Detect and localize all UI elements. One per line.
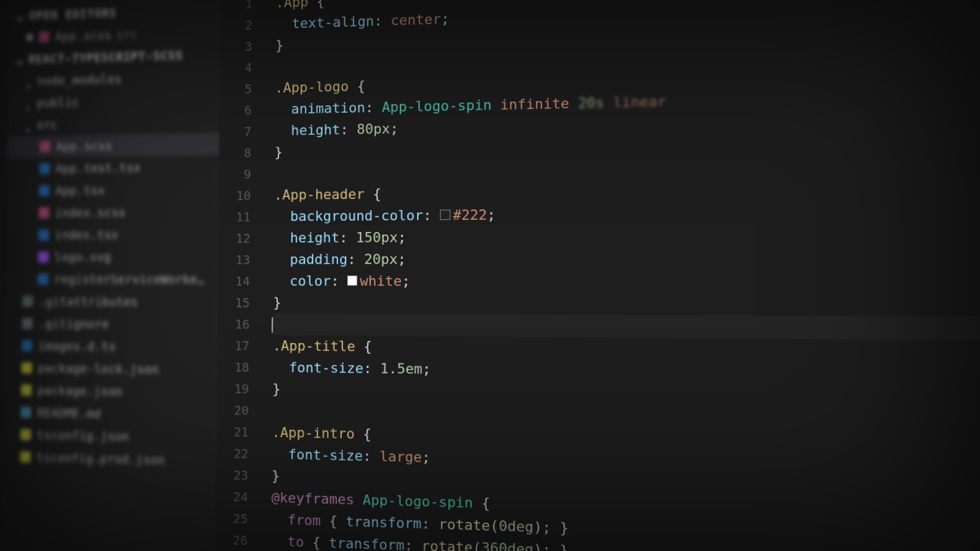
file-type-icon (38, 252, 48, 263)
line-number: 21 (217, 421, 260, 443)
code-token: { (363, 339, 372, 354)
code-line[interactable]: padding: 20px; (273, 246, 980, 270)
code-token: { (312, 534, 321, 551)
code-token: #222 (453, 207, 487, 223)
file-name: images.d.ts (38, 339, 116, 354)
code-token: ; (542, 519, 551, 536)
code-token: : (404, 537, 413, 551)
file-item[interactable]: App.test.tsx (7, 155, 219, 180)
chevron-down-icon (15, 55, 23, 64)
file-name: App.test.tsx (56, 160, 141, 176)
file-item[interactable]: package-lock.json (4, 356, 217, 381)
code-token: : (374, 13, 383, 29)
code-token: font-size (289, 359, 364, 376)
code-token: 360deg (481, 539, 533, 551)
file-item[interactable]: package.json (4, 379, 217, 405)
code-token: ) (533, 541, 542, 551)
code-token: ; (402, 273, 410, 289)
file-name: index.tsx (55, 227, 118, 242)
code-token: font-size (288, 446, 363, 464)
file-item[interactable]: registerServiceWorke… (6, 268, 219, 291)
chevron-down-icon (16, 12, 24, 20)
file-name: README.md (37, 405, 100, 421)
code-editor[interactable]: 1234567891011121314151617181920212223242… (216, 0, 980, 551)
file-item[interactable]: index.scss (6, 200, 219, 224)
file-item[interactable]: App.tsx (7, 178, 219, 202)
line-number: 17 (217, 335, 260, 357)
code-token: App-logo-spin (382, 97, 491, 115)
code-token: rotate (439, 516, 490, 534)
file-type-icon (39, 185, 50, 196)
code-token: } (560, 542, 568, 551)
code-token: center (391, 11, 441, 29)
chevron-right-icon (25, 100, 31, 106)
file-dir: src (116, 27, 137, 42)
code-token: 20px (364, 251, 398, 267)
code-token: : (421, 515, 430, 532)
file-name: App.tsx (55, 182, 105, 198)
code-token: text-align (292, 13, 374, 31)
line-number: 11 (219, 206, 262, 228)
file-item[interactable]: App.scss (7, 133, 220, 159)
line-number: 2 (221, 14, 263, 37)
editor-window: OPEN EDITORS App.scsssrc REACT-TYPESCRIP… (1, 0, 980, 551)
file-type-icon (20, 429, 31, 441)
project-label: REACT-TYPESCRIPT-SCSS (28, 48, 183, 67)
file-item[interactable]: index.tsx (6, 223, 219, 246)
code-token: ; (422, 361, 431, 377)
code-line[interactable]: } (273, 292, 980, 317)
line-number: 7 (220, 121, 263, 143)
line-number: 20 (217, 399, 260, 421)
file-type-icon (22, 296, 32, 307)
code-token: .App-header (274, 186, 364, 203)
file-type-icon (38, 274, 48, 285)
code-token: animation (291, 100, 365, 117)
code-token: : (347, 251, 356, 267)
code-token: ; (422, 449, 431, 465)
line-number: 9 (219, 163, 262, 186)
file-name: index.scss (55, 204, 126, 220)
file-name: package.json (37, 383, 123, 399)
file-type-icon (21, 362, 32, 373)
code-token: } (276, 37, 284, 53)
line-number: 23 (216, 464, 259, 487)
file-name: App.scss (55, 28, 111, 44)
code-token: } (560, 519, 568, 536)
code-token: ; (487, 207, 496, 223)
line-number: 1 (221, 0, 264, 15)
file-name: .gitattributes (39, 294, 138, 309)
file-item[interactable]: logo.svg (6, 246, 219, 268)
open-editors-label: OPEN EDITORS (29, 6, 116, 23)
code-line[interactable]: height: 150px; (274, 223, 980, 249)
file-type-icon (21, 384, 31, 395)
code-token: infinite (500, 95, 570, 113)
code-area[interactable]: .App { text-align: center;}.App-logo { a… (271, 0, 980, 551)
code-token: } (271, 468, 280, 484)
file-item[interactable]: images.d.ts (4, 334, 218, 359)
file-item[interactable]: tsconfig.prod.json (2, 445, 216, 473)
line-number: 25 (216, 507, 258, 530)
folder-item[interactable]: src (7, 110, 220, 137)
line-number: 13 (219, 249, 262, 271)
code-token: : (363, 448, 371, 464)
folder-name: src (36, 117, 58, 132)
code-token: .App (276, 0, 308, 10)
line-number: 10 (219, 185, 262, 207)
code-token: to (287, 533, 304, 550)
code-token: { (317, 0, 325, 9)
file-name: App.scss (56, 138, 112, 154)
chevron-right-icon (26, 78, 32, 84)
file-item[interactable]: .gitattributes (5, 290, 218, 313)
file-explorer-sidebar[interactable]: OPEN EDITORS App.scsssrc REACT-TYPESCRIP… (1, 0, 221, 551)
code-token: } (274, 144, 283, 160)
code-token: { (373, 186, 382, 202)
file-name: registerServiceWorke… (54, 272, 205, 287)
file-item[interactable]: .gitignore (4, 312, 217, 336)
line-number: 15 (218, 292, 261, 313)
line-number: 8 (219, 142, 262, 164)
code-token: : (363, 360, 372, 376)
folder-name: public (37, 94, 79, 110)
code-token: ; (390, 121, 399, 137)
code-line[interactable]: color: white; (273, 270, 980, 293)
line-number: 3 (221, 36, 263, 58)
